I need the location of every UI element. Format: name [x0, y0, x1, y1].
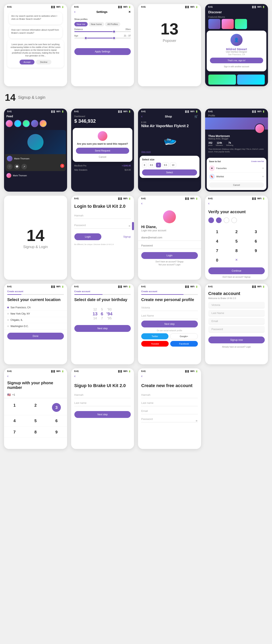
accept-button[interactable]: Accept: [20, 60, 34, 64]
all-profiles-btn[interactable]: All Profiles: [105, 22, 120, 26]
phone-num-9[interactable]: 9: [46, 426, 67, 438]
birthday-next-button[interactable]: Next step: [74, 325, 131, 332]
phone-num-3-selected[interactable]: 3: [52, 403, 61, 412]
phone-num-8[interactable]: 8: [25, 426, 46, 438]
settings-close[interactable]: ✕: [128, 10, 131, 14]
phone-num-1[interactable]: 1: [4, 400, 25, 415]
wc-lastname-input[interactable]: [208, 310, 265, 316]
num-7-btn[interactable]: 7: [208, 247, 226, 255]
size-9-5[interactable]: 9.5: [162, 162, 169, 168]
phone-num-3[interactable]: 3: [46, 400, 67, 415]
story-2[interactable]: [14, 120, 21, 127]
year-current[interactable]: '94: [106, 311, 112, 316]
month-current[interactable]: 6: [101, 311, 103, 316]
signin-button[interactable]: That's me, sign in!: [210, 58, 263, 63]
story-3[interactable]: [22, 120, 30, 127]
num-9-btn[interactable]: 9: [247, 247, 265, 255]
age-slider[interactable]: [74, 38, 131, 38]
free-email-input[interactable]: [141, 408, 198, 414]
signup-now-button[interactable]: Signup now: [208, 336, 265, 343]
sigup-name-input[interactable]: [74, 392, 131, 398]
diane-back[interactable]: ‹: [141, 201, 142, 206]
story-4[interactable]: [31, 120, 38, 127]
back-button-settings[interactable]: ‹: [74, 10, 76, 14]
near-home-btn[interactable]: Near home: [88, 22, 104, 26]
decline-button[interactable]: Decline: [36, 60, 52, 64]
view-more-link[interactable]: View more: [138, 150, 201, 154]
free-back[interactable]: ‹: [141, 374, 142, 378]
signup-link[interactable]: Signup: [123, 235, 131, 238]
num-5-btn[interactable]: 5: [228, 237, 246, 245]
phone-number-input[interactable]: [17, 393, 64, 396]
num-0-btn[interactable]: 0: [208, 256, 226, 264]
login-password-input[interactable]: [74, 222, 131, 228]
age-thumb-left[interactable]: [84, 37, 87, 40]
num-2-btn[interactable]: 2: [228, 228, 246, 236]
num-4-btn[interactable]: 4: [208, 237, 226, 245]
near-me-btn[interactable]: Near me: [74, 22, 88, 26]
profile-name-input[interactable]: [141, 304, 198, 311]
phone-num-7[interactable]: 7: [4, 426, 25, 438]
location-ny[interactable]: New York City, NY: [4, 311, 67, 317]
size-8[interactable]: 8: [142, 162, 147, 168]
phone-num-2[interactable]: 2: [25, 400, 46, 415]
num-3-btn[interactable]: 3: [247, 228, 265, 236]
location-dc[interactable]: Washington D.C.: [4, 323, 67, 330]
profile-lastname-input[interactable]: [141, 312, 198, 319]
diane-login-button[interactable]: Login: [141, 252, 198, 259]
phone-num-6[interactable]: 6: [46, 415, 67, 426]
location-chicago[interactable]: Chigako, IL: [4, 317, 67, 323]
shop-back[interactable]: ‹: [141, 114, 142, 118]
close-post-button[interactable]: ✕: [60, 164, 64, 168]
phone-back[interactable]: ‹: [7, 374, 8, 378]
share-button[interactable]: ↗: [21, 164, 27, 170]
google-button[interactable]: Google+: [170, 333, 198, 339]
size-8-5[interactable]: 8.5: [148, 162, 155, 168]
sigup-next-button[interactable]: Next step: [74, 411, 131, 418]
sigup-lastname-input[interactable]: [74, 400, 131, 406]
personal-next-button[interactable]: Next step: [141, 320, 198, 328]
login-name-input[interactable]: [74, 212, 131, 219]
phone-num-4[interactable]: 4: [4, 415, 25, 426]
day-current[interactable]: 13: [93, 311, 98, 316]
story-5[interactable]: [40, 120, 47, 127]
diane-password-input[interactable]: [138, 242, 201, 249]
sigup-back[interactable]: ‹: [74, 374, 76, 378]
password-toggle-icon[interactable]: 👁: [128, 225, 131, 228]
delete-btn[interactable]: ✕: [228, 256, 246, 264]
verify-back[interactable]: ‹: [208, 201, 210, 206]
alt-signin-button[interactable]: Sign in with another account: [224, 66, 249, 68]
wc-name-input[interactable]: [208, 302, 265, 308]
story-1[interactable]: [6, 120, 13, 127]
wc-password-input[interactable]: [208, 326, 265, 332]
free-lastname-input[interactable]: [141, 400, 198, 406]
cancel-save-button[interactable]: Cancel: [209, 182, 264, 188]
apply-settings-button[interactable]: Apply Settings: [74, 48, 131, 55]
age-thumb-right[interactable]: [113, 37, 116, 40]
like-button[interactable]: ♡: [7, 164, 12, 170]
wc-email-input[interactable]: [208, 318, 265, 324]
num-6-btn[interactable]: 6: [247, 237, 265, 245]
comment-button[interactable]: 💬: [14, 164, 20, 170]
youtube-button[interactable]: Youtube: [141, 341, 169, 346]
cancel-send-button[interactable]: Cancel: [99, 156, 106, 158]
twitter-button[interactable]: Twitter: [141, 333, 168, 339]
distance-thumb[interactable]: [113, 30, 116, 33]
shop-cart[interactable]: 🛒: [194, 115, 198, 118]
select-size-button[interactable]: Select: [142, 170, 197, 176]
create-list-link[interactable]: Create new list: [251, 160, 264, 162]
done-button[interactable]: Done: [7, 333, 64, 340]
facebook-button[interactable]: Facebook: [170, 341, 198, 346]
num-1-btn[interactable]: 1: [208, 228, 226, 236]
phone-num-5[interactable]: 5: [25, 415, 46, 426]
diane-email-input[interactable]: [138, 234, 201, 241]
location-sf[interactable]: San Francisco, CA: [4, 304, 67, 311]
send-request-button[interactable]: Send Request: [76, 148, 129, 154]
free-name-input[interactable]: [141, 392, 198, 398]
fav-add-button[interactable]: +: [262, 166, 264, 170]
login-button[interactable]: Login: [74, 233, 102, 240]
distance-slider[interactable]: [74, 31, 131, 32]
wish-add-button[interactable]: +: [262, 175, 264, 178]
num-8-btn[interactable]: 8: [228, 247, 246, 255]
free-password-toggle[interactable]: 👁: [196, 420, 198, 422]
